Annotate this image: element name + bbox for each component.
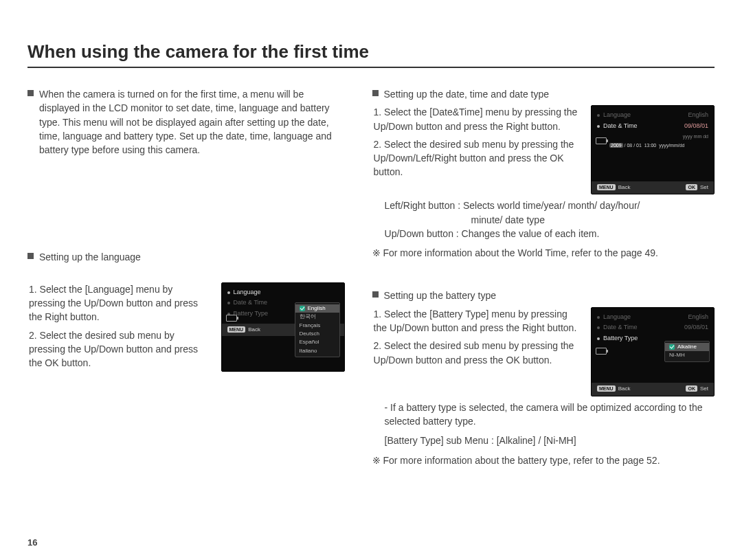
lcd-language-options: English 한국어 Français Deutsch Español Ita… — [295, 302, 340, 357]
date-note: ※ For more information about the World T… — [372, 246, 715, 260]
lcd-battery-screenshot: LanguageEnglish Date & Time09/08/01 Batt… — [591, 307, 715, 396]
date-step-2: 2. Select the desired sub menu by pressi… — [372, 137, 581, 179]
lcd-date-label: Date & Time — [234, 299, 268, 307]
square-bullet-icon — [27, 253, 34, 259]
square-bullet-icon — [372, 291, 379, 298]
batt-note-2: [Battery Type] sub Menu : [Alkaline] / [… — [372, 434, 715, 447]
lang-heading: Setting up the language — [39, 250, 141, 264]
lcd-batt-label: Battery Type — [234, 310, 268, 318]
date-lr-text-2: minute/ date type — [372, 213, 715, 227]
batt-step-2: 2. Select the desired sub menu by pressi… — [372, 339, 581, 367]
lcd-language-screenshot: Language Date & Time Battery Type Englis… — [221, 282, 345, 372]
date-heading: Setting up the date, time and date type — [384, 87, 550, 101]
lang-step-2: 2. Select the desired sub menu by pressi… — [27, 328, 212, 370]
page-number: 16 — [27, 537, 37, 548]
check-icon — [669, 344, 675, 350]
square-bullet-icon — [27, 90, 34, 96]
menu-button-label: MENU — [227, 326, 246, 333]
square-bullet-icon — [372, 90, 379, 96]
battery-icon — [596, 137, 607, 144]
date-step-1: 1. Select the [Date&Time] menu by pressi… — [372, 105, 581, 133]
batt-heading: Setting up the battery type — [384, 289, 496, 302]
battery-icon — [226, 315, 237, 322]
battery-icon — [596, 348, 607, 355]
batt-note-1: - If a battery type is selected, the cam… — [372, 401, 715, 429]
lcd-battery-options: Alkaline Ni-MH — [664, 341, 710, 362]
date-ud-text: Up/Down button : Changes the value of ea… — [372, 227, 715, 240]
batt-step-1: 1. Select the [Battery Type] menu by pre… — [372, 307, 581, 335]
lcd-lang-label: Language — [234, 289, 261, 297]
lang-step-1: 1. Select the [Language] menu by pressin… — [27, 282, 212, 324]
left-column: When the camera is turned on for the fir… — [27, 87, 345, 467]
lcd-datetime-screenshot: LanguageEnglish Date & Time09/08/01 yyyy… — [591, 105, 715, 194]
batt-note-3: ※ For more information about the battery… — [372, 453, 715, 467]
date-lr-text: Left/Right button : Selects world time/y… — [372, 199, 715, 212]
page-title: When using the camera for the first time — [27, 41, 715, 68]
intro-text: When the camera is turned on for the fir… — [39, 87, 345, 157]
check-icon — [300, 306, 305, 311]
right-column: Setting up the date, time and date type … — [372, 87, 715, 467]
